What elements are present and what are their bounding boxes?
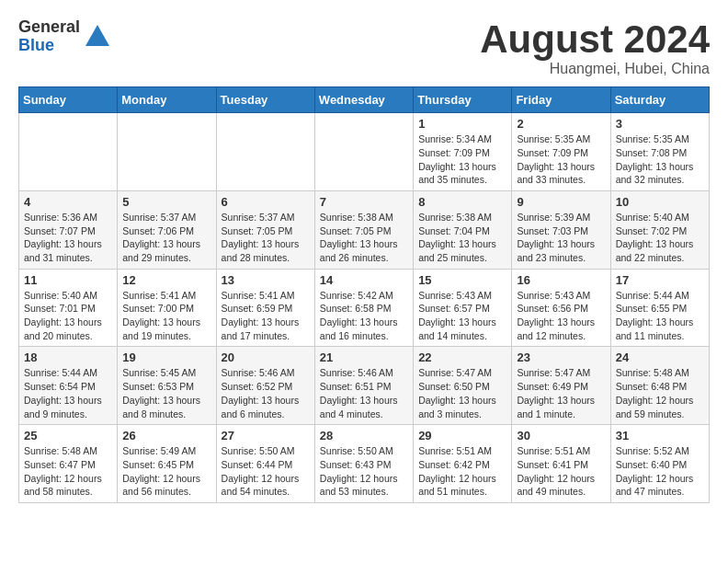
day-info: Sunrise: 5:48 AM Sunset: 6:47 PM Dayligh… [24, 444, 112, 499]
calendar-week-row: 11Sunrise: 5:40 AM Sunset: 7:01 PM Dayli… [19, 269, 710, 347]
calendar-cell: 14Sunrise: 5:42 AM Sunset: 6:58 PM Dayli… [314, 269, 413, 347]
calendar-cell: 8Sunrise: 5:38 AM Sunset: 7:04 PM Daylig… [414, 190, 512, 269]
calendar-cell: 29Sunrise: 5:51 AM Sunset: 6:42 PM Dayli… [414, 425, 512, 503]
calendar-cell [216, 113, 314, 191]
day-info: Sunrise: 5:44 AM Sunset: 6:55 PM Dayligh… [616, 289, 704, 343]
day-number: 25 [24, 429, 112, 442]
day-number: 26 [122, 429, 210, 442]
day-number: 7 [320, 195, 408, 209]
day-info: Sunrise: 5:43 AM Sunset: 6:56 PM Dayligh… [517, 289, 605, 343]
day-info: Sunrise: 5:47 AM Sunset: 6:49 PM Dayligh… [517, 366, 605, 420]
day-number: 10 [616, 195, 704, 209]
day-info: Sunrise: 5:44 AM Sunset: 6:54 PM Dayligh… [24, 366, 112, 420]
day-info: Sunrise: 5:38 AM Sunset: 7:04 PM Dayligh… [418, 211, 506, 265]
day-number: 13 [222, 273, 310, 287]
calendar-cell: 22Sunrise: 5:47 AM Sunset: 6:50 PM Dayli… [414, 347, 512, 425]
calendar-cell: 20Sunrise: 5:46 AM Sunset: 6:52 PM Dayli… [216, 347, 314, 425]
day-info: Sunrise: 5:36 AM Sunset: 7:07 PM Dayligh… [24, 211, 112, 265]
day-number: 16 [517, 273, 605, 287]
day-info: Sunrise: 5:45 AM Sunset: 6:53 PM Dayligh… [122, 366, 210, 420]
day-number: 2 [517, 117, 605, 131]
header-row: SundayMondayTuesdayWednesdayThursdayFrid… [19, 87, 710, 113]
weekday-header: Friday [512, 87, 610, 113]
day-info: Sunrise: 5:47 AM Sunset: 6:50 PM Dayligh… [418, 366, 506, 420]
day-info: Sunrise: 5:37 AM Sunset: 7:06 PM Dayligh… [122, 211, 210, 265]
calendar-cell: 4Sunrise: 5:36 AM Sunset: 7:07 PM Daylig… [19, 190, 118, 269]
day-info: Sunrise: 5:39 AM Sunset: 7:03 PM Dayligh… [517, 211, 605, 265]
day-number: 28 [320, 429, 408, 442]
calendar-cell: 11Sunrise: 5:40 AM Sunset: 7:01 PM Dayli… [19, 269, 118, 347]
day-info: Sunrise: 5:51 AM Sunset: 6:42 PM Dayligh… [418, 444, 506, 499]
svg-marker-0 [85, 25, 109, 46]
day-number: 22 [418, 350, 506, 364]
weekday-header: Saturday [610, 87, 709, 113]
page-header: General Blue August 2024 Huangmei, Hubei… [18, 18, 710, 77]
day-info: Sunrise: 5:34 AM Sunset: 7:09 PM Dayligh… [418, 132, 506, 187]
calendar-cell: 25Sunrise: 5:48 AM Sunset: 6:47 PM Dayli… [19, 425, 118, 503]
day-info: Sunrise: 5:35 AM Sunset: 7:09 PM Dayligh… [517, 132, 605, 187]
day-number: 15 [418, 273, 506, 287]
logo: General Blue [18, 18, 111, 55]
calendar-cell: 18Sunrise: 5:44 AM Sunset: 6:54 PM Dayli… [19, 347, 118, 425]
calendar-cell: 10Sunrise: 5:40 AM Sunset: 7:02 PM Dayli… [610, 190, 709, 269]
day-number: 30 [517, 429, 605, 442]
day-info: Sunrise: 5:42 AM Sunset: 6:58 PM Dayligh… [320, 289, 408, 343]
weekday-header: Monday [118, 87, 216, 113]
calendar-cell: 3Sunrise: 5:35 AM Sunset: 7:08 PM Daylig… [610, 113, 709, 191]
day-number: 5 [122, 195, 210, 209]
location-text: Huangmei, Hubei, China [480, 61, 710, 77]
day-number: 31 [616, 429, 704, 442]
calendar-week-row: 4Sunrise: 5:36 AM Sunset: 7:07 PM Daylig… [19, 190, 710, 269]
day-info: Sunrise: 5:49 AM Sunset: 6:45 PM Dayligh… [122, 444, 210, 499]
calendar-cell: 19Sunrise: 5:45 AM Sunset: 6:53 PM Dayli… [118, 347, 216, 425]
day-info: Sunrise: 5:35 AM Sunset: 7:08 PM Dayligh… [616, 132, 704, 187]
day-number: 17 [616, 273, 704, 287]
day-info: Sunrise: 5:50 AM Sunset: 6:43 PM Dayligh… [320, 444, 408, 499]
calendar-cell: 15Sunrise: 5:43 AM Sunset: 6:57 PM Dayli… [414, 269, 512, 347]
calendar-week-row: 1Sunrise: 5:34 AM Sunset: 7:09 PM Daylig… [19, 113, 710, 191]
logo-general-text: General [18, 18, 80, 37]
day-number: 4 [24, 195, 112, 209]
calendar-cell [19, 113, 118, 191]
calendar-cell [314, 113, 413, 191]
month-title: August 2024 [480, 18, 710, 61]
day-info: Sunrise: 5:46 AM Sunset: 6:52 PM Dayligh… [222, 366, 310, 420]
day-info: Sunrise: 5:40 AM Sunset: 7:02 PM Dayligh… [616, 211, 704, 265]
day-number: 14 [320, 273, 408, 287]
day-number: 9 [517, 195, 605, 209]
day-info: Sunrise: 5:48 AM Sunset: 6:48 PM Dayligh… [616, 366, 704, 420]
title-area: August 2024 Huangmei, Hubei, China [480, 18, 710, 77]
calendar-cell: 24Sunrise: 5:48 AM Sunset: 6:48 PM Dayli… [610, 347, 709, 425]
day-number: 19 [122, 350, 210, 364]
logo-icon [84, 23, 111, 51]
day-number: 8 [418, 195, 506, 209]
day-number: 20 [222, 350, 310, 364]
day-number: 21 [320, 350, 408, 364]
calendar-cell: 16Sunrise: 5:43 AM Sunset: 6:56 PM Dayli… [512, 269, 610, 347]
calendar-week-row: 18Sunrise: 5:44 AM Sunset: 6:54 PM Dayli… [19, 347, 710, 425]
calendar-cell: 12Sunrise: 5:41 AM Sunset: 7:00 PM Dayli… [118, 269, 216, 347]
day-info: Sunrise: 5:52 AM Sunset: 6:40 PM Dayligh… [616, 444, 704, 499]
weekday-header: Sunday [19, 87, 118, 113]
day-number: 27 [222, 429, 310, 442]
calendar-cell: 31Sunrise: 5:52 AM Sunset: 6:40 PM Dayli… [610, 425, 709, 503]
day-info: Sunrise: 5:38 AM Sunset: 7:05 PM Dayligh… [320, 211, 408, 265]
day-info: Sunrise: 5:37 AM Sunset: 7:05 PM Dayligh… [222, 211, 310, 265]
day-info: Sunrise: 5:40 AM Sunset: 7:01 PM Dayligh… [24, 289, 112, 343]
day-number: 3 [616, 117, 704, 131]
day-info: Sunrise: 5:41 AM Sunset: 6:59 PM Dayligh… [222, 289, 310, 343]
calendar-cell: 13Sunrise: 5:41 AM Sunset: 6:59 PM Dayli… [216, 269, 314, 347]
day-number: 18 [24, 350, 112, 364]
calendar-table: SundayMondayTuesdayWednesdayThursdayFrid… [18, 86, 710, 503]
calendar-cell: 30Sunrise: 5:51 AM Sunset: 6:41 PM Dayli… [512, 425, 610, 503]
logo-blue-text: Blue [18, 37, 80, 55]
day-info: Sunrise: 5:46 AM Sunset: 6:51 PM Dayligh… [320, 366, 408, 420]
day-number: 24 [616, 350, 704, 364]
weekday-header: Wednesday [314, 87, 413, 113]
calendar-cell: 26Sunrise: 5:49 AM Sunset: 6:45 PM Dayli… [118, 425, 216, 503]
calendar-week-row: 25Sunrise: 5:48 AM Sunset: 6:47 PM Dayli… [19, 425, 710, 503]
calendar-cell: 27Sunrise: 5:50 AM Sunset: 6:44 PM Dayli… [216, 425, 314, 503]
calendar-cell: 1Sunrise: 5:34 AM Sunset: 7:09 PM Daylig… [414, 113, 512, 191]
day-info: Sunrise: 5:51 AM Sunset: 6:41 PM Dayligh… [517, 444, 605, 499]
calendar-cell: 23Sunrise: 5:47 AM Sunset: 6:49 PM Dayli… [512, 347, 610, 425]
